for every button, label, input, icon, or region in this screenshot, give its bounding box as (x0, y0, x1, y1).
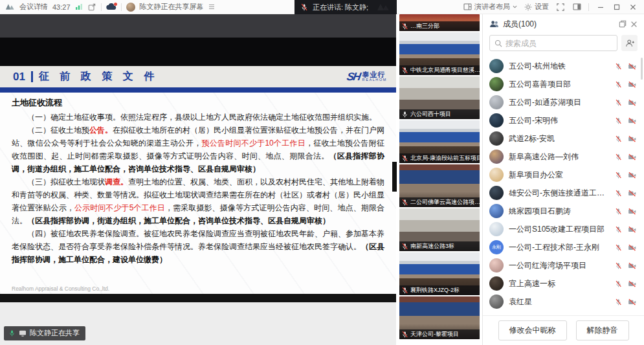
camera-off-icon (628, 244, 636, 251)
member-row[interactable]: 袁红星 (483, 293, 644, 311)
minimize-button[interactable] (596, 3, 605, 12)
scrollbar[interactable] (641, 58, 643, 80)
shared-screen-area: 01 征 前 政 策 文 件 SH 泰业行 REALHOM 土地征收流程 （一）… (0, 14, 396, 345)
hamburger-icon[interactable] (208, 4, 215, 10)
close-button[interactable] (628, 3, 638, 12)
divider (588, 3, 589, 11)
unmute-button[interactable]: 解除静音 (576, 320, 629, 340)
member-row[interactable]: 一公司红海湾场平项目 (483, 256, 644, 274)
member-row[interactable]: 姚家园项目石鹏涛 (483, 202, 644, 220)
company-logo: SH 泰业行 REALHOM (347, 71, 387, 83)
member-name: 五公司-宋明伟 (509, 115, 610, 126)
member-row[interactable]: 宜上高速一标 (483, 274, 644, 293)
thumbnail-label: 中铁北京局通甬项目慈溪… (399, 65, 480, 75)
layout-label: 演讲者布局 (474, 2, 510, 12)
rename-button[interactable]: 修改会中昵称 (498, 320, 567, 340)
video-thumbnail[interactable]: 二公司佛肇云高速公路项… (399, 164, 480, 207)
slide-top-band (0, 14, 396, 38)
layout-switcher[interactable]: 演讲者布局 (463, 2, 517, 12)
member-avatar (489, 113, 504, 128)
video-thumbnail[interactable]: 南新高速公路3标 (399, 208, 480, 251)
thumbnail-name-text: 二公司佛肇云高速公路项… (410, 198, 480, 206)
member-row[interactable]: 五公司嘉善项目部 (483, 75, 644, 93)
thumbnail-label: 襄荆铁路XJZQ-2标 (399, 285, 480, 295)
settings-button[interactable]: 设置 (524, 2, 549, 12)
member-name: 雄安公司-东侧连接通道工程项目向志良 (509, 188, 610, 199)
mic-muted-icon (615, 262, 622, 269)
thumbnail-name-text: 中铁北京局通甬项目慈溪… (410, 66, 480, 74)
collapsed-side-tab[interactable] (392, 162, 397, 192)
video-thumbnail[interactable]: 六公司西十项目 (399, 76, 480, 119)
sharing-badge-text: 陈文静正在共享 (30, 328, 80, 338)
member-avatar (489, 222, 504, 236)
slide-bottom-black-band (0, 294, 396, 302)
member-row[interactable]: 雄安公司-东侧连接通道工程项目向志良 (483, 184, 644, 202)
sharing-badge: 陈文静正在共享 (4, 326, 85, 340)
active-speaker-bar: 正在讲话: 陈文静; (294, 0, 397, 14)
mic-muted-icon (615, 280, 622, 287)
member-avatar (489, 186, 504, 200)
speaking-now-text: 正在讲话: 陈文静; (313, 3, 368, 12)
mic-muted-icon (401, 67, 408, 74)
mic-muted-icon (615, 190, 622, 197)
share-bottom-strip: 陈文静正在共享 (0, 302, 396, 345)
members-icon (489, 20, 499, 28)
add-member-button[interactable] (621, 35, 638, 51)
title-divider (31, 71, 33, 82)
divider (101, 3, 102, 11)
thumbnail-name-text: 天津公司-黎霍项目 (410, 330, 459, 339)
mic-muted-icon (401, 155, 408, 162)
member-row[interactable]: 新阜高速公路—刘伟 (483, 148, 644, 166)
member-name: 武道2标-安凯 (509, 133, 610, 144)
search-box[interactable] (489, 35, 617, 51)
topbar: 会议详情 43:27 陈文静正在共享屏幕 正在讲话: (0, 0, 644, 14)
member-name: 宜上高速一标 (509, 278, 610, 289)
divider (121, 3, 122, 11)
watermark-logo-icon (377, 3, 391, 11)
member-name: 五公司-如通苏湖项目 (509, 97, 610, 108)
camera-off-icon (628, 63, 636, 70)
mic-muted-icon (615, 208, 622, 215)
slide-title: 征 前 政 策 文 件 (39, 70, 158, 83)
member-status-icons (615, 190, 636, 197)
close-panel-icon[interactable] (630, 21, 638, 28)
camera-off-icon (628, 190, 636, 197)
member-row[interactable]: 永刚一公司-工程技术部-王永刚 (483, 238, 644, 256)
company-logo-icon: SH (346, 71, 361, 83)
member-row[interactable]: 新阜项目办公室 (483, 166, 644, 184)
member-row[interactable]: 五公司-如通苏湖项目 (483, 93, 644, 111)
member-list[interactable]: 五公司-杭州地铁五公司嘉善项目部五公司-如通苏湖项目五公司-宋明伟武道2标-安凯… (483, 56, 644, 315)
video-thumbnail[interactable]: 中铁北京局通甬项目慈溪… (399, 32, 480, 75)
company-name-en: REALHOM (362, 78, 387, 82)
member-row[interactable]: 一公司S105改建工程项目部 (483, 220, 644, 238)
maximize-button[interactable] (612, 3, 621, 12)
popout-share-icon[interactable] (87, 3, 96, 12)
camera-off-icon (628, 99, 636, 106)
video-thumbnail[interactable]: 襄荆铁路XJZQ-2标 (399, 252, 480, 295)
mic-muted-icon (615, 226, 622, 233)
video-thumbnail[interactable]: 北京局-康渝段站前五标项目 (399, 120, 480, 163)
member-name: 一公司红海湾场平项目 (509, 260, 610, 271)
settings-label: 设置 (535, 2, 549, 12)
camera-off-icon (628, 81, 636, 88)
member-status-icons (615, 298, 636, 306)
member-row[interactable]: 武道2标-安凯 (483, 129, 644, 148)
fullscreen-icon[interactable] (556, 3, 565, 12)
video-thumbnail-strip: …南三分部中铁北京局通甬项目慈溪…六公司西十项目北京局-康渝段站前五标项目二公司… (396, 14, 482, 345)
meeting-details-link[interactable]: 会议详情 (19, 2, 48, 12)
cloud-record-icon[interactable] (106, 3, 117, 10)
video-thumbnail[interactable]: …南三分部 (399, 14, 480, 31)
video-thumbnail[interactable]: 天津公司-黎霍项目 (399, 296, 480, 339)
thumbnail-name-text: 襄荆铁路XJZQ-2标 (410, 286, 460, 295)
popout-panel-icon[interactable] (619, 20, 627, 28)
member-row[interactable]: 五公司-宋明伟 (483, 111, 644, 129)
member-avatar (489, 77, 504, 91)
mic-muted-icon (615, 298, 622, 306)
slide-paragraphs: （一）确定土地征收事项。依照法定程序，县级以上地方人民政府依法确定土地征收范围并… (12, 111, 384, 266)
member-row[interactable]: 五公司-杭州地铁 (483, 57, 644, 75)
member-status-icons (615, 135, 636, 142)
member-avatar: 永刚 (489, 240, 504, 254)
member-avatar (489, 150, 504, 164)
side-panel-toggle-icon[interactable] (572, 3, 581, 12)
search-input[interactable] (505, 39, 612, 48)
